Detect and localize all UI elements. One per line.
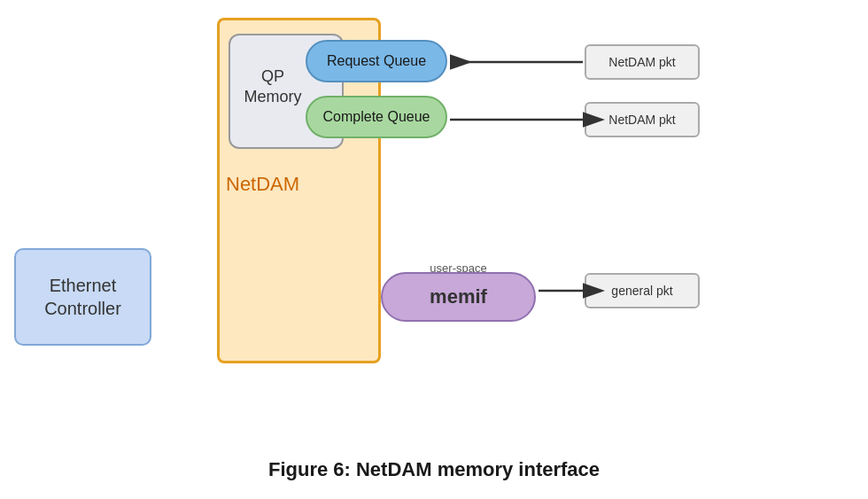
complete-queue-label: Complete Queue bbox=[323, 109, 430, 125]
request-queue: Request Queue bbox=[306, 40, 447, 82]
general-pkt-label: general pkt bbox=[611, 284, 672, 298]
netdam-pkt-top-label: NetDAM pkt bbox=[608, 55, 675, 69]
netdam-label: NetDAM bbox=[226, 173, 299, 196]
netdam-pkt-bottom: NetDAM pkt bbox=[585, 102, 700, 137]
figure-caption: Figure 6: NetDAM memory interface bbox=[0, 458, 868, 481]
request-queue-label: Request Queue bbox=[327, 53, 426, 69]
netdam-pkt-top: NetDAM pkt bbox=[585, 44, 700, 80]
memif-label: memif bbox=[430, 285, 487, 308]
memif-cylinder: memif bbox=[381, 272, 536, 322]
qp-memory-label: QPMemory bbox=[237, 66, 308, 108]
complete-queue: Complete Queue bbox=[306, 96, 447, 138]
general-pkt-box: general pkt bbox=[585, 273, 700, 308]
ethernet-controller-box: EthernetController bbox=[14, 248, 151, 346]
memif-container: user-space memif bbox=[381, 261, 536, 325]
ethernet-controller-label: EthernetController bbox=[44, 274, 121, 320]
diagram-container: NetDAM QPMemory Request Queue Complete Q… bbox=[0, 0, 868, 499]
netdam-pkt-bottom-label: NetDAM pkt bbox=[608, 113, 675, 127]
